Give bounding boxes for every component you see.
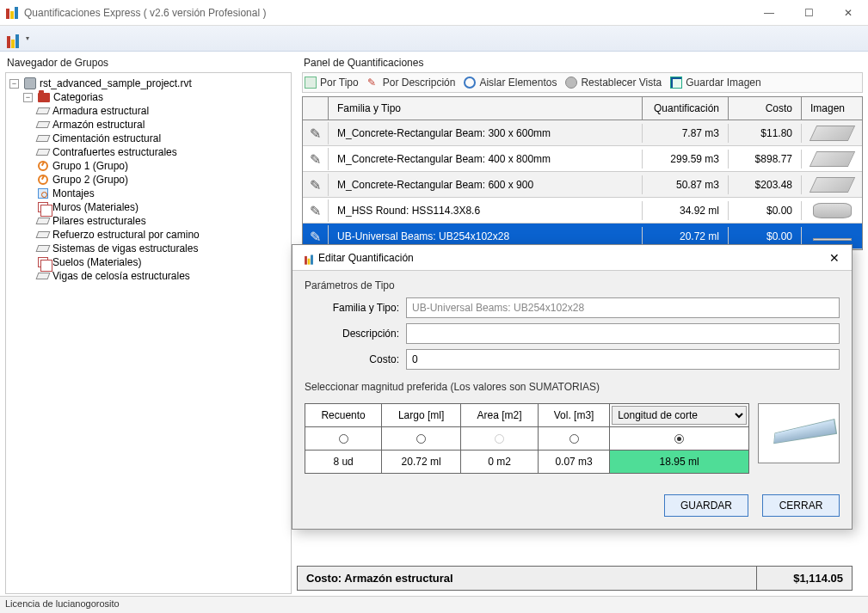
input-cost[interactable] (406, 349, 840, 370)
tree-item[interactable]: Grupo 2 (Grupo) (37, 173, 287, 187)
btn-aislar[interactable]: Aislar Elementos (464, 77, 557, 89)
tree-item[interactable]: Cimentación estructural (37, 132, 287, 145)
map-icon (38, 188, 48, 199)
col-q[interactable]: Quantificación (643, 97, 729, 120)
tree-item-label: Vigas de celosía estructurales (52, 270, 190, 282)
table-row[interactable]: M_Concrete-Rectangular Beam: 300 x 600mm… (303, 120, 862, 146)
desc-icon (367, 77, 379, 89)
edit-icon[interactable] (310, 177, 321, 193)
toolbar-dropdown[interactable]: ▾ (26, 34, 29, 42)
status-text: Licencia de lucianogorosito (5, 598, 120, 609)
edit-icon[interactable] (310, 203, 321, 218)
tree-item-label: Suelos (Materiales) (52, 256, 141, 268)
cell-img (802, 122, 862, 144)
group-icon (38, 161, 48, 171)
navigator-title: Navegador de Grupos (5, 55, 292, 72)
thumbnail-icon (813, 238, 852, 241)
mag-h-area: Area [m2] (461, 404, 539, 427)
cell-q: 299.59 m3 (643, 150, 729, 169)
cell-img (802, 148, 862, 170)
tree-item[interactable]: Sistemas de vigas estructurales (37, 242, 287, 255)
tree[interactable]: − rst_advanced_sample_project.rvt − Cate… (5, 72, 292, 594)
table-row[interactable]: M_Concrete-Rectangular Beam: 600 x 90050… (303, 172, 862, 198)
btn-por-tipo[interactable]: Por Tipo (305, 77, 359, 89)
btn-guardar-imagen-label: Guardar Imagen (686, 77, 760, 89)
cell-q: 34.92 ml (643, 201, 729, 220)
cell-img (802, 174, 862, 196)
mag-v-magsel: 18.95 ml (610, 451, 749, 474)
tree-item-label: Muros (Materiales) (52, 201, 139, 213)
close-button[interactable]: ✕ (828, 0, 868, 25)
btn-por-descripcion-label: Por Descripción (383, 77, 456, 89)
layer-icon (36, 121, 51, 128)
cell-c: $0.00 (729, 227, 802, 246)
layer-icon (36, 107, 51, 114)
tree-item[interactable]: Armazón estructural (37, 118, 287, 132)
thumbnail-icon (809, 151, 854, 167)
cell-ft: M_Concrete-Rectangular Beam: 300 x 600mm (329, 124, 643, 143)
dialog-close-button[interactable]: ✕ (824, 251, 845, 265)
expander-icon[interactable]: − (23, 93, 33, 102)
total-row: Costo: Armazón estructural $1,114.05 (297, 566, 853, 591)
tree-item[interactable]: Grupo 1 (Grupo) (37, 159, 287, 173)
tree-categories[interactable]: − Categorias (23, 90, 287, 104)
radio-len[interactable] (416, 434, 426, 444)
table-row[interactable]: M_Concrete-Rectangular Beam: 400 x 800mm… (303, 146, 862, 172)
image-icon (670, 77, 682, 89)
cell-c: $11.80 (729, 124, 802, 143)
status-bar: Licencia de lucianogorosito (0, 596, 868, 613)
magnitude-select[interactable]: Longitud de corte (612, 406, 747, 425)
expander-icon[interactable]: − (9, 79, 19, 89)
col-img[interactable]: Imagen (802, 97, 862, 120)
cell-ft: M_Concrete-Rectangular Beam: 400 x 800mm (329, 150, 643, 169)
mag-h-vol: Vol. [m3] (539, 404, 610, 427)
col-ft[interactable]: Familia y Tipo (329, 97, 643, 120)
tree-item[interactable]: Contrafuertes estructurales (37, 145, 287, 159)
project-icon (24, 77, 36, 89)
tree-item[interactable]: Pilares estructurales (37, 214, 287, 228)
tree-root[interactable]: − rst_advanced_sample_project.rvt (9, 77, 287, 90)
btn-por-tipo-label: Por Tipo (320, 77, 359, 89)
dialog-section-params: Parámetros de Tipo (292, 271, 852, 295)
input-desc[interactable] (406, 323, 840, 344)
close-dialog-button[interactable]: CERRAR (762, 494, 840, 517)
tree-item[interactable]: Suelos (Materiales) (37, 255, 287, 269)
btn-restablecer[interactable]: Restablecer Vista (565, 77, 662, 89)
chart-icon[interactable] (3, 29, 22, 48)
tree-root-label: rst_advanced_sample_project.rvt (40, 77, 192, 89)
tree-item-label: Sistemas de vigas estructurales (52, 242, 198, 254)
tree-item[interactable]: Armadura estructural (37, 104, 287, 118)
table-row[interactable]: M_HSS Round: HSS114.3X8.634.92 ml$0.00 (303, 198, 862, 224)
reset-icon (565, 77, 577, 89)
edit-icon[interactable] (310, 126, 321, 141)
tree-categories-label: Categorias (53, 91, 103, 103)
tree-item[interactable]: Refuerzo estructural por camino (37, 228, 287, 242)
title-bar: Quantificaciones Express ( v2.6 versión … (0, 0, 868, 26)
label-desc: Descripción: (305, 328, 399, 340)
dialog-title: Editar Quantificación (318, 252, 824, 264)
thumbnail-icon (809, 126, 854, 141)
minimize-button[interactable]: — (749, 0, 789, 25)
tree-item[interactable]: Montajes (37, 187, 287, 200)
radio-magsel[interactable] (674, 434, 684, 444)
copy-icon (38, 202, 48, 212)
edit-icon[interactable] (310, 151, 321, 167)
tree-item-label: Armadura estructural (52, 105, 149, 117)
save-button[interactable]: GUARDAR (664, 494, 748, 517)
layer-icon (36, 218, 51, 224)
layer-icon (36, 231, 51, 238)
copy-icon (38, 257, 48, 267)
col-c[interactable]: Costo (729, 97, 802, 120)
btn-por-descripcion[interactable]: Por Descripción (367, 77, 456, 89)
tree-item-label: Pilares estructurales (52, 215, 146, 227)
tree-item[interactable]: Muros (Materiales) (37, 200, 287, 214)
layer-icon (36, 245, 51, 252)
edit-dialog: Editar Quantificación ✕ Parámetros de Ti… (292, 244, 853, 530)
btn-guardar-imagen[interactable]: Guardar Imagen (670, 77, 760, 89)
tree-item[interactable]: Vigas de celosía estructurales (37, 269, 287, 283)
edit-icon[interactable] (310, 229, 321, 244)
radio-vol[interactable] (569, 434, 579, 444)
maximize-button[interactable]: ☐ (789, 0, 828, 25)
radio-cnt[interactable] (339, 434, 348, 444)
layer-icon (36, 135, 51, 142)
